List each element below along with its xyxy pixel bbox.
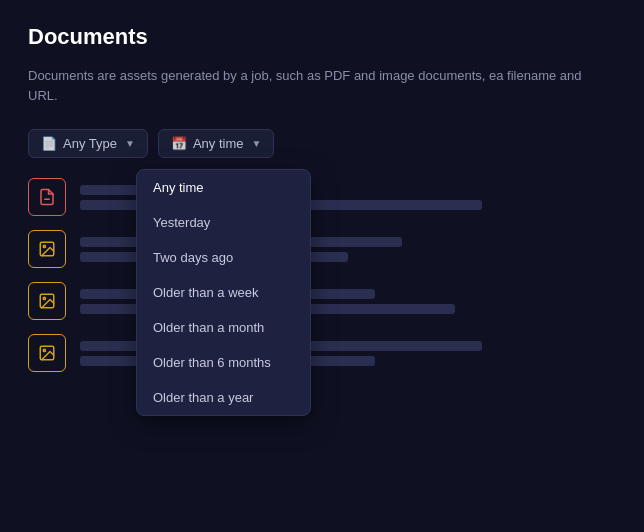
time-filter-button[interactable]: 📅 Any time ▼: [158, 129, 274, 158]
svg-point-4: [43, 297, 45, 299]
list-item: [28, 178, 616, 216]
list-item: [28, 282, 616, 320]
image-icon: [28, 230, 66, 268]
chevron-down-icon-time: ▼: [251, 138, 261, 149]
dropdown-item[interactable]: Older than a week: [137, 275, 310, 310]
dropdown-item[interactable]: Older than a year: [137, 380, 310, 415]
image-icon: [28, 334, 66, 372]
documents-list: [28, 178, 616, 372]
chevron-down-icon: ▼: [125, 138, 135, 149]
dropdown-item[interactable]: Yesterday: [137, 205, 310, 240]
svg-point-2: [43, 245, 45, 247]
type-filter-label: Any Type: [63, 136, 117, 151]
dropdown-item[interactable]: Two days ago: [137, 240, 310, 275]
pdf-icon: [28, 178, 66, 216]
page-container: Documents Documents are assets generated…: [0, 0, 644, 396]
image-icon: [28, 282, 66, 320]
dropdown-item[interactable]: Any time: [137, 170, 310, 205]
time-filter-label: Any time: [193, 136, 244, 151]
dropdown-item[interactable]: Older than a month: [137, 310, 310, 345]
page-title: Documents: [28, 24, 616, 50]
list-item: [28, 230, 616, 268]
list-item: [28, 334, 616, 372]
type-filter-button[interactable]: 📄 Any Type ▼: [28, 129, 148, 158]
page-description: Documents are assets generated by a job,…: [28, 66, 608, 105]
svg-point-6: [43, 349, 45, 351]
dropdown-item[interactable]: Older than 6 months: [137, 345, 310, 380]
filters-row: 📄 Any Type ▼ 📅 Any time ▼ Any timeYester…: [28, 129, 616, 158]
document-icon: 📄: [41, 136, 57, 151]
calendar-icon: 📅: [171, 136, 187, 151]
time-dropdown: Any timeYesterdayTwo days agoOlder than …: [136, 169, 311, 416]
